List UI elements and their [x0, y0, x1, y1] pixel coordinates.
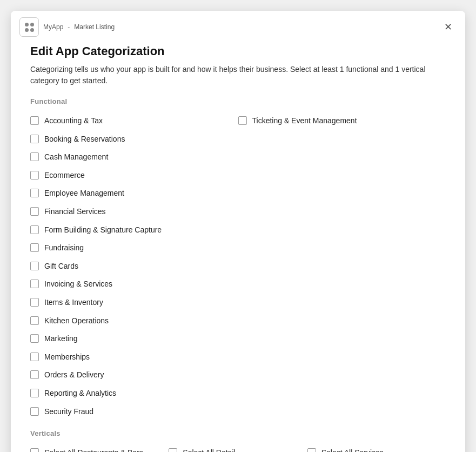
- checkbox-label: Items & Inventory: [44, 297, 103, 308]
- checkbox-input[interactable]: [30, 207, 39, 216]
- verticals-section-label: Verticals: [30, 429, 446, 437]
- checkbox-label: Memberships: [44, 352, 90, 363]
- checkbox-label: Ticketing & Event Management: [252, 116, 357, 127]
- close-icon: ✕: [444, 22, 452, 32]
- checkbox-label: Gift Cards: [44, 261, 78, 272]
- verticals-section: Verticals Select All Restaurants & BarsS…: [30, 429, 446, 452]
- breadcrumb-app: MyApp: [43, 23, 63, 31]
- checkbox-label: Financial Services: [44, 207, 106, 217]
- checkbox-label: Invoicing & Services: [44, 279, 112, 290]
- list-item[interactable]: Security Fraud: [30, 403, 238, 421]
- checkbox-label: Booking & Reservations: [44, 134, 125, 145]
- modal: MyApp - Market Listing ✕ Edit App Catego…: [11, 11, 465, 452]
- checkbox-input[interactable]: [30, 171, 39, 180]
- functional-col1: Accounting & TaxBooking & ReservationsCa…: [30, 112, 238, 421]
- checkbox-input[interactable]: [30, 370, 39, 379]
- checkbox-label: Ecommerce: [44, 170, 85, 181]
- checkbox-input[interactable]: [238, 116, 247, 125]
- list-item[interactable]: Employee Management: [30, 184, 238, 203]
- verticals-checkboxes-grid: Select All Restaurants & BarsSelect All …: [30, 444, 446, 452]
- list-item[interactable]: Accounting & Tax: [30, 112, 238, 130]
- checkbox-label: Cash Management: [44, 152, 108, 163]
- checkbox-input[interactable]: [30, 189, 39, 197]
- modal-body: Edit App Categorization Categorizing tel…: [11, 37, 465, 452]
- checkbox-input[interactable]: [30, 280, 39, 288]
- list-item[interactable]: Ticketing & Event Management: [238, 112, 446, 130]
- list-item[interactable]: Financial Services: [30, 203, 238, 221]
- checkbox-input[interactable]: [30, 225, 39, 234]
- checkbox-input[interactable]: [30, 262, 39, 270]
- page-description: Categorizing tells us who your app is bu…: [30, 64, 446, 87]
- list-item[interactable]: Marketing: [30, 330, 238, 348]
- checkbox-label: Select All Retail: [183, 448, 235, 452]
- list-item[interactable]: Kitchen Operations: [30, 312, 238, 330]
- list-item[interactable]: Cash Management: [30, 148, 238, 167]
- list-item[interactable]: Fundraising: [30, 239, 238, 257]
- list-item[interactable]: Select All Restaurants & Bars: [30, 444, 169, 452]
- breadcrumb-separator: -: [68, 23, 70, 31]
- checkbox-label: Reporting & Analytics: [44, 388, 116, 399]
- checkbox-input[interactable]: [30, 353, 39, 361]
- checkbox-label: Security Fraud: [44, 407, 93, 417]
- list-item[interactable]: Items & Inventory: [30, 294, 238, 312]
- checkbox-label: Marketing: [44, 334, 77, 344]
- checkbox-label: Select All Restaurants & Bars: [44, 448, 143, 452]
- checkbox-input[interactable]: [30, 407, 39, 416]
- checkbox-input[interactable]: [30, 448, 39, 452]
- checkbox-input[interactable]: [30, 334, 39, 343]
- checkbox-input[interactable]: [169, 448, 177, 452]
- breadcrumb-area: MyApp - Market Listing: [19, 17, 115, 37]
- list-item[interactable]: Select All Services: [307, 444, 446, 452]
- checkbox-label: Accounting & Tax: [44, 116, 103, 127]
- list-item[interactable]: Memberships: [30, 348, 238, 367]
- list-item[interactable]: Gift Cards: [30, 257, 238, 276]
- checkbox-label: Select All Services: [321, 448, 384, 452]
- checkbox-input[interactable]: [30, 116, 39, 125]
- functional-col2: Ticketing & Event Management: [238, 112, 446, 421]
- list-item[interactable]: Invoicing & Services: [30, 275, 238, 294]
- checkbox-label: Employee Management: [44, 188, 124, 199]
- checkbox-input[interactable]: [30, 316, 39, 325]
- checkbox-input[interactable]: [30, 389, 39, 397]
- breadcrumb-section: Market Listing: [74, 23, 115, 31]
- app-icon: [19, 17, 39, 37]
- list-item[interactable]: Booking & Reservations: [30, 130, 238, 149]
- checkbox-label: Kitchen Operations: [44, 316, 109, 327]
- checkbox-input[interactable]: [30, 135, 39, 143]
- checkbox-label: Fundraising: [44, 243, 84, 254]
- close-button[interactable]: ✕: [440, 20, 457, 34]
- page-title: Edit App Categorization: [30, 44, 446, 58]
- checkbox-input[interactable]: [30, 243, 39, 252]
- modal-header: MyApp - Market Listing ✕: [11, 11, 465, 37]
- checkbox-input[interactable]: [30, 298, 39, 307]
- functional-section-label: Functional: [30, 97, 446, 105]
- list-item[interactable]: Reporting & Analytics: [30, 384, 238, 403]
- checkbox-input[interactable]: [307, 448, 316, 452]
- list-item[interactable]: Form Building & Signature Capture: [30, 221, 238, 240]
- functional-checkboxes-grid: Accounting & TaxBooking & ReservationsCa…: [30, 112, 446, 421]
- checkbox-label: Form Building & Signature Capture: [44, 225, 162, 236]
- checkbox-label: Orders & Delivery: [44, 370, 104, 381]
- list-item[interactable]: Select All Retail: [169, 444, 307, 452]
- list-item[interactable]: Orders & Delivery: [30, 366, 238, 384]
- list-item[interactable]: Ecommerce: [30, 167, 238, 185]
- checkbox-input[interactable]: [30, 152, 39, 161]
